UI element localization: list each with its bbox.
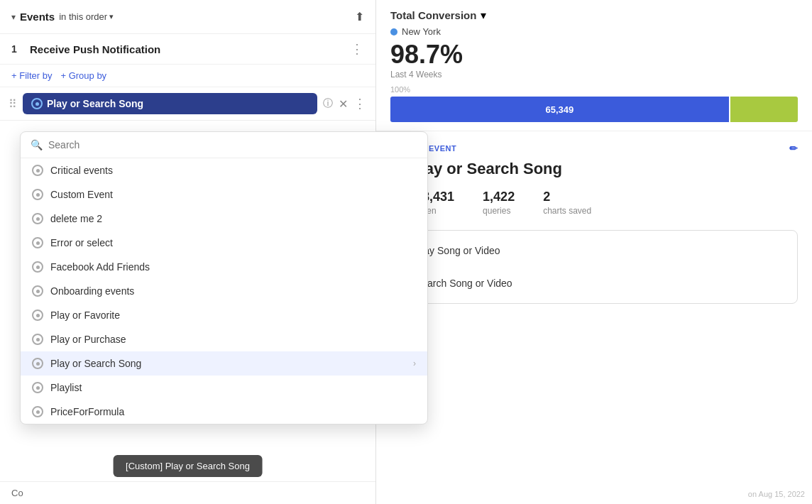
event-chip-label: Play or Search Song xyxy=(47,98,143,109)
new-york-label: New York xyxy=(402,26,441,37)
item-circle-icon xyxy=(32,382,43,393)
item-circle-icon xyxy=(32,213,43,224)
item-label: Play or Favorite xyxy=(50,309,120,321)
tooltip-bar: [Custom] Play or Search Song xyxy=(113,455,263,477)
bottom-date: on Aug 15, 2022 xyxy=(748,490,805,498)
item-label: PriceForFormula xyxy=(50,406,124,417)
upload-icon[interactable]: ⬆ xyxy=(355,10,364,23)
events-title: Events xyxy=(20,11,55,23)
condition-item-2: B. Search Song or Video xyxy=(402,275,786,292)
dropdown-list: Critical events Custom Event delete me 2… xyxy=(21,158,427,424)
search-box: 🔍 xyxy=(21,132,427,158)
bottom-bar: Co xyxy=(0,481,375,504)
stat-value: 1,422 xyxy=(483,190,515,204)
item-circle-icon xyxy=(32,261,43,273)
chart-header: Total Conversion ▾ xyxy=(390,9,798,22)
item-circle-icon xyxy=(32,406,43,417)
dropdown-item-play-favorite[interactable]: Play or Favorite xyxy=(21,303,427,327)
chip-menu-icon[interactable]: ⋮ xyxy=(353,96,367,111)
new-york-dot xyxy=(390,28,397,35)
dropdown-item-error-select[interactable]: Error or select xyxy=(21,231,427,255)
last-weeks-label: Last 4 Weeks xyxy=(390,70,798,80)
event-chip[interactable]: Play or Search Song xyxy=(23,93,317,114)
item-label: Play or Search Song xyxy=(50,358,141,369)
detail-title: Play or Search Song xyxy=(390,160,798,178)
event-1-row: 1 Receive Push Notification ⋮ xyxy=(0,34,375,65)
dropdown-item-onboarding[interactable]: Onboarding events xyxy=(21,279,427,303)
dropdown-item-playlist[interactable]: Playlist xyxy=(21,376,427,400)
item-label: Critical events xyxy=(50,165,113,176)
events-header: ▾ Events in this order ▾ ⬆ xyxy=(0,0,375,34)
bottom-bar-text: Co xyxy=(11,488,23,498)
chart-100-label: 100% xyxy=(390,85,798,94)
item-circle-icon xyxy=(32,189,43,200)
group-by-button[interactable]: + Group by xyxy=(60,70,106,81)
conditions-box: A. Play Song or VideoorB. Search Song or… xyxy=(390,230,798,304)
events-order-dropdown[interactable]: in this order ▾ xyxy=(59,11,114,22)
bar-blue: 65,349 xyxy=(390,97,729,122)
item-circle-icon xyxy=(32,237,43,248)
bar-green xyxy=(730,97,798,122)
item-circle-icon xyxy=(32,334,43,345)
edit-icon[interactable]: ✏ xyxy=(789,143,799,154)
dropdown-item-custom-event[interactable]: Custom Event xyxy=(21,182,427,207)
chart-area: 100% 65,349 xyxy=(390,85,798,122)
new-york-row: New York xyxy=(390,26,798,37)
dropdown-item-delete-me[interactable]: delete me 2 xyxy=(21,207,427,231)
stats-row: 51,638,431 events seen 1,422 queries 2 c… xyxy=(390,190,798,216)
percentage-value: 98.7% xyxy=(390,40,798,70)
bar-container: 65,349 xyxy=(390,97,798,122)
search-icon: 🔍 xyxy=(31,139,43,150)
stat-label: charts saved xyxy=(543,206,591,216)
close-icon[interactable]: ✕ xyxy=(339,97,348,111)
stat-item-charts-saved: 2 charts saved xyxy=(543,190,591,216)
dropdown-item-price-formula[interactable]: PriceForFormula xyxy=(21,400,427,424)
item-label: delete me 2 xyxy=(50,213,102,224)
condition-or-label: or xyxy=(414,259,786,275)
item-circle-icon xyxy=(32,165,43,176)
drag-handle-icon[interactable]: ⠿ xyxy=(9,97,17,111)
detail-section: CUSTOM EVENT ✏ Play or Search Song 51,63… xyxy=(376,131,812,504)
item-circle-icon xyxy=(32,285,43,297)
event-number: 1 xyxy=(11,43,23,55)
item-circle-icon xyxy=(32,309,43,321)
stat-label: queries xyxy=(483,206,515,216)
item-label: Custom Event xyxy=(50,189,113,200)
filter-row: + Filter by + Group by xyxy=(0,65,375,87)
order-chevron: ▾ xyxy=(109,12,114,21)
item-label: Error or select xyxy=(50,237,113,248)
dropdown-item-facebook[interactable]: Facebook Add Friends xyxy=(21,255,427,279)
dropdown-item-critical[interactable]: Critical events xyxy=(21,158,427,182)
order-label: in this order xyxy=(59,11,107,22)
info-icon[interactable]: ⓘ xyxy=(323,97,333,110)
event-dropdown: 🔍 Critical events Custom Event delete me… xyxy=(20,131,428,424)
dropdown-item-play-purchase[interactable]: Play or Purchase xyxy=(21,327,427,351)
event-menu-icon[interactable]: ⋮ xyxy=(351,41,364,57)
item-label: Play or Purchase xyxy=(50,334,126,345)
item-label: Playlist xyxy=(50,382,82,393)
total-conversion-chevron[interactable]: ▾ xyxy=(481,9,486,22)
stat-item-queries: 1,422 queries xyxy=(483,190,515,216)
left-panel: ▾ Events in this order ▾ ⬆ 1 Receive Pus… xyxy=(0,0,376,504)
search-input[interactable] xyxy=(48,139,417,150)
total-conversion-label[interactable]: Total Conversion xyxy=(390,9,476,21)
stat-value: 2 xyxy=(543,190,591,204)
condition-item-1: A. Play Song or Video xyxy=(402,242,786,259)
item-circle-icon xyxy=(32,358,43,369)
dropdown-item-play-search[interactable]: Play or Search Song › xyxy=(21,351,427,376)
receive-push-notification-label: Receive Push Notification xyxy=(30,43,344,55)
right-panel: Total Conversion ▾ New York 98.7% Last 4… xyxy=(376,0,812,504)
custom-event-label-row: CUSTOM EVENT ✏ xyxy=(390,143,798,154)
chevron-right-icon: › xyxy=(413,358,416,368)
chart-section: Total Conversion ▾ New York 98.7% Last 4… xyxy=(376,0,812,131)
chevron-icon[interactable]: ▾ xyxy=(11,12,16,22)
selected-event-row: ⠿ Play or Search Song ⓘ ✕ ⋮ xyxy=(0,87,375,121)
item-label: Facebook Add Friends xyxy=(50,261,150,273)
event-chip-circle-icon xyxy=(31,98,43,109)
item-label: Onboarding events xyxy=(50,285,134,297)
detail-title-text: Play or Search Song xyxy=(410,160,562,178)
filter-by-button[interactable]: + Filter by xyxy=(11,70,52,81)
